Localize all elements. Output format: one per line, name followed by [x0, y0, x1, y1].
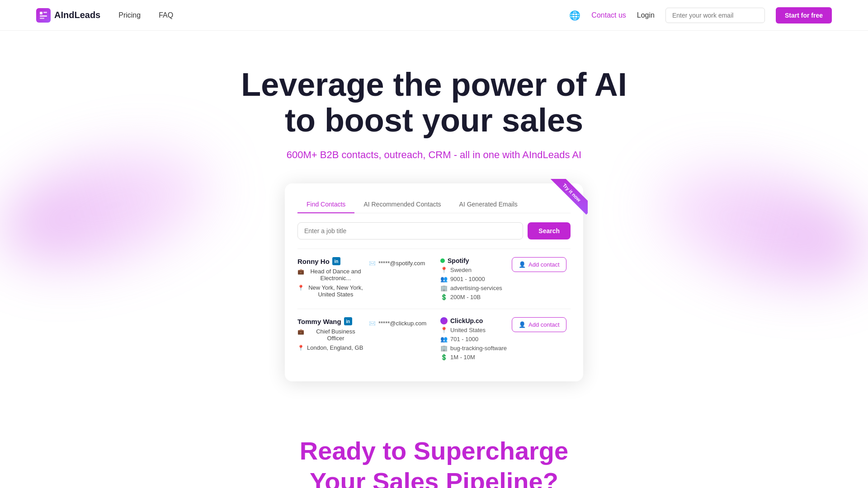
- industry-icon-1: 🏢: [440, 285, 448, 291]
- company-revenue-2: 💲 1M - 10M: [440, 354, 507, 361]
- contact-name-2: Tommy Wang in: [297, 317, 364, 325]
- bottom-title-line1: Ready to Supercharge: [300, 436, 568, 465]
- demo-tabs: Find Contacts AI Recommended Contacts AI…: [297, 196, 571, 213]
- ribbon-label: Try it now: [549, 179, 588, 215]
- email-icon-1: ✉️: [369, 260, 376, 267]
- logo[interactable]: AIndLeads: [36, 8, 100, 23]
- company-employees-2: 👥 701 - 1000: [440, 336, 507, 343]
- company-industry-2: 🏢 bug-tracking-software: [440, 345, 507, 352]
- login-link[interactable]: Login: [637, 11, 655, 19]
- contact-location-2: 📍 London, England, GB: [297, 344, 364, 351]
- company-industry-1: 🏢 advertising-services: [440, 285, 507, 291]
- contact-us-link[interactable]: Contact us: [591, 11, 626, 19]
- add-contact-button-2[interactable]: 👤 Add contact: [512, 317, 566, 332]
- email-icon-2: ✉️: [369, 320, 376, 327]
- navbar-right: 🌐 Contact us Login Start for free: [569, 7, 832, 23]
- company-country-2: 📍 United States: [440, 327, 507, 333]
- contact-email-2: ✉️ *****@clickup.com: [369, 317, 436, 327]
- navbar: AIndLeads Pricing FAQ 🌐 Contact us Login…: [0, 0, 868, 31]
- contact-info-1: Ronny Ho in 💼 Head of Dance and Electron…: [297, 257, 364, 298]
- contact-role-1: 💼 Head of Dance and Electronic...: [297, 268, 364, 282]
- nav-pricing[interactable]: Pricing: [118, 11, 141, 19]
- search-button[interactable]: Search: [528, 222, 571, 239]
- hero-subtitle: 600M+ B2B contacts, outreach, CRM - all …: [9, 149, 859, 161]
- briefcase-icon-2: 💼: [297, 328, 304, 335]
- start-free-button[interactable]: Start for free: [776, 7, 832, 23]
- location-icon-2: 📍: [297, 345, 304, 351]
- try-it-ribbon: Try it now: [547, 179, 588, 220]
- hero-section: Leverage the power of AI to boost your s…: [0, 31, 868, 399]
- bottom-section: Ready to Supercharge Your Sales Pipeline…: [0, 399, 868, 488]
- add-contact-button-1[interactable]: 👤 Add contact: [512, 257, 566, 272]
- svg-rect-0: [40, 12, 42, 14]
- contact-action-2: 👤 Add contact: [512, 317, 571, 332]
- tab-ai-emails[interactable]: AI Generated Emails: [450, 196, 527, 213]
- hero-title-line1: Leverage the power of AI: [241, 66, 627, 103]
- revenue-icon-1: 💲: [440, 294, 448, 300]
- svg-rect-2: [40, 15, 47, 17]
- hero-title: Leverage the power of AI to boost your s…: [9, 67, 859, 138]
- company-info-1: Spotify 📍 Sweden 👥 9001 - 10000 🏢 advert…: [440, 257, 507, 300]
- contact-email-1: ✉️ *****@spotify.com: [369, 257, 436, 267]
- location-icon-c2: 📍: [440, 327, 448, 333]
- add-icon-2: 👤: [519, 321, 526, 328]
- bottom-title: Ready to Supercharge Your Sales Pipeline…: [9, 436, 859, 488]
- table-row: Tommy Wang in 💼 Chief Business Officer 📍…: [297, 309, 571, 369]
- contact-name-1: Ronny Ho in: [297, 257, 364, 265]
- add-icon-1: 👤: [519, 261, 526, 268]
- revenue-icon-2: 💲: [440, 354, 448, 361]
- company-country-1: 📍 Sweden: [440, 267, 507, 273]
- svg-rect-3: [40, 18, 44, 19]
- employees-icon-2: 👥: [440, 336, 448, 343]
- employees-icon-1: 👥: [440, 276, 448, 282]
- linkedin-icon-1[interactable]: in: [332, 257, 340, 265]
- globe-button[interactable]: 🌐: [569, 10, 580, 21]
- industry-icon-2: 🏢: [440, 345, 448, 352]
- table-row: Ronny Ho in 💼 Head of Dance and Electron…: [297, 249, 571, 309]
- search-row: Search: [297, 222, 571, 239]
- demo-container: Try it now Find Contacts AI Recommended …: [9, 183, 859, 381]
- tab-ai-recommended[interactable]: AI Recommended Contacts: [354, 196, 450, 213]
- contact-info-2: Tommy Wang in 💼 Chief Business Officer 📍…: [297, 317, 364, 351]
- logo-text: AIndLeads: [54, 10, 100, 20]
- linkedin-icon-2[interactable]: in: [344, 317, 352, 325]
- job-title-input[interactable]: [297, 222, 523, 239]
- briefcase-icon-1: 💼: [297, 268, 304, 275]
- svg-rect-1: [43, 12, 47, 13]
- contact-action-1: 👤 Add contact: [512, 257, 571, 272]
- bottom-title-line2: Your Sales Pipeline?: [310, 467, 558, 488]
- company-revenue-1: 💲 200M - 10B: [440, 294, 507, 300]
- company-dot-1: [440, 258, 445, 263]
- contact-role-2: 💼 Chief Business Officer: [297, 328, 364, 342]
- navbar-left: AIndLeads Pricing FAQ: [36, 8, 173, 23]
- tab-find-contacts[interactable]: Find Contacts: [297, 196, 354, 213]
- company-info-2: ClickUp.co 📍 United States 👥 701 - 1000 …: [440, 317, 507, 361]
- clickup-logo-icon: [440, 317, 448, 324]
- demo-card: Try it now Find Contacts AI Recommended …: [285, 183, 583, 381]
- email-input[interactable]: [665, 8, 765, 23]
- logo-icon: [36, 8, 51, 23]
- company-employees-1: 👥 9001 - 10000: [440, 276, 507, 282]
- location-icon-1: 📍: [297, 285, 304, 291]
- location-icon-c1: 📍: [440, 267, 448, 273]
- nav-faq[interactable]: FAQ: [159, 11, 173, 19]
- contact-location-1: 📍 New York, New York, United States: [297, 284, 364, 298]
- hero-title-line2: to boost your sales: [285, 102, 583, 138]
